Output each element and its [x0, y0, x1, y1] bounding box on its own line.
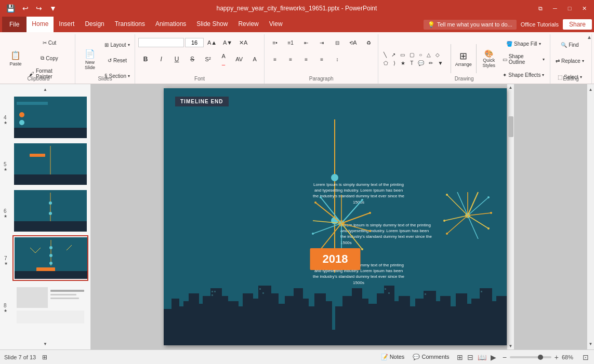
zoom-out-btn[interactable]: − [501, 352, 508, 362]
zoom-in-btn[interactable]: + [553, 352, 560, 362]
replace-button[interactable]: ⇄ Replace ▾ [553, 53, 586, 68]
find-button[interactable]: 🔍 Find [553, 37, 586, 52]
ribbon-collapse-btn[interactable]: ▲ [587, 34, 592, 40]
maximize-btn[interactable]: □ [564, 3, 575, 14]
shape-rect[interactable]: ▭ [398, 51, 407, 59]
panel-scroll-up[interactable]: ▲ [2, 86, 88, 93]
font-name-input[interactable] [138, 38, 184, 47]
increase-font-btn[interactable]: A▲ [205, 35, 219, 50]
scissors-icon: ✂ [43, 40, 47, 46]
strikethrough-btn[interactable]: S [185, 52, 200, 66]
shape-line[interactable]: ╲ [381, 51, 389, 59]
slide-thumb-8[interactable]: 8 ★ [12, 283, 88, 328]
shape-freeform[interactable]: ✏ [427, 59, 435, 67]
decrease-font-btn[interactable]: A▼ [220, 35, 235, 50]
shadow-btn[interactable]: S² [201, 52, 215, 66]
menu-review[interactable]: Review [233, 17, 263, 32]
cols-btn[interactable]: ⊟ [330, 35, 345, 50]
comments-button[interactable]: 💬 Comments [411, 350, 451, 365]
minimize-btn[interactable]: ─ [549, 3, 561, 14]
shape-diamond[interactable]: ◇ [433, 51, 442, 59]
paste-button[interactable]: 📋 Paste [5, 39, 26, 77]
quick-styles-button[interactable]: 🎨 Quick Styles [479, 40, 499, 77]
underline-btn[interactable]: U [169, 52, 184, 66]
save-icon[interactable]: 💾 [4, 3, 17, 14]
redo-icon[interactable]: ↪ [34, 3, 44, 14]
notes-button[interactable]: 📝 Notes [379, 350, 407, 365]
close-btn[interactable]: ✕ [578, 3, 590, 14]
normal-view-btn[interactable]: ⊞ [456, 352, 464, 362]
text-direction-btn[interactable]: ⟲A [346, 35, 360, 50]
tell-me-input[interactable]: 💡 Tell me what you want to do... [424, 20, 517, 30]
cut-button[interactable]: ✂ Cut [27, 35, 72, 50]
restore-down-btn[interactable]: ⧉ [535, 3, 546, 14]
slide-thumb-7[interactable]: 7 ★ [12, 235, 88, 281]
menu-file[interactable]: File [2, 17, 27, 32]
shape-rounded-rect[interactable]: ▢ [407, 51, 416, 59]
bold-btn[interactable]: B [138, 52, 153, 66]
zoom-slider[interactable] [510, 356, 551, 358]
slide-thumb-5[interactable]: 5 ★ [12, 142, 88, 186]
shapes-more[interactable]: ▼ [435, 59, 445, 67]
increase-indent-btn[interactable]: ⇥ [314, 35, 329, 50]
menu-insert[interactable]: Insert [54, 17, 80, 32]
convert-smartart-btn[interactable]: ♻ [361, 35, 376, 50]
decrease-indent-btn[interactable]: ⇤ [299, 35, 313, 50]
slide-sorter-btn[interactable]: ⊟ [466, 352, 474, 362]
svg-rect-5 [14, 128, 87, 138]
menu-slideshow[interactable]: Slide Show [191, 17, 233, 32]
bullets-btn[interactable]: ≡• [268, 35, 282, 50]
shape-pentagon[interactable]: ⬠ [381, 59, 390, 67]
office-tutorials-link[interactable]: Office Tutorials [521, 21, 559, 28]
shape-oval[interactable]: ○ [417, 51, 424, 59]
share-button[interactable]: Share [563, 19, 592, 30]
slide-num-7: 7 [4, 255, 7, 261]
justify-btn[interactable]: ≡ [314, 52, 329, 66]
fit-to-window-icon[interactable]: ⊞ [42, 354, 47, 361]
copy-button[interactable]: ⧉ Copy [27, 51, 72, 65]
shape-arrow[interactable]: ↗ [389, 51, 398, 59]
arrange-button[interactable]: ⊞ Arrange [453, 40, 474, 77]
numbering-btn[interactable]: ≡1 [283, 35, 298, 50]
new-slide-button[interactable]: 📄 New Slide [78, 41, 101, 78]
shape-star[interactable]: ★ [399, 59, 407, 67]
fit-slide-btn[interactable]: ⊡ [582, 352, 590, 362]
customize-icon[interactable]: ▼ [47, 3, 59, 14]
menu-animations[interactable]: Animations [150, 17, 191, 32]
char-spacing-btn[interactable]: AV [232, 52, 246, 66]
shape-fill-button[interactable]: 🪣 Shape Fill ▾ [500, 36, 547, 51]
font-size-large-btn[interactable]: A [247, 52, 262, 66]
scroll-thumb-v[interactable] [508, 116, 513, 137]
layout-button[interactable]: ⊞ Layout ▾ [102, 37, 132, 52]
menu-home[interactable]: Home [27, 17, 54, 32]
italic-btn[interactable]: I [154, 52, 168, 66]
menu-view[interactable]: View [264, 17, 288, 32]
slide-thumb-4[interactable]: 4 ★ [12, 95, 88, 140]
align-right-btn[interactable]: ≡ [299, 52, 313, 66]
align-center-btn[interactable]: ≡ [283, 52, 298, 66]
slideshow-btn[interactable]: ▶ [490, 352, 497, 362]
shape-callout[interactable]: 💬 [416, 59, 426, 67]
reading-view-btn[interactable]: 📖 [477, 352, 487, 362]
slide-area-scrollbar-v[interactable]: ▲ ▼ [507, 84, 514, 349]
font-color-btn[interactable]: A_ [216, 52, 231, 66]
shape-chevron[interactable]: ⟩ [391, 59, 398, 67]
drawing-divider [451, 44, 451, 73]
shape-textbox[interactable]: T [408, 59, 415, 67]
reset-button[interactable]: ↺ Reset [102, 53, 132, 68]
menu-transitions[interactable]: Transitions [110, 17, 150, 32]
line-spacing-btn[interactable]: ↕ [330, 52, 345, 66]
shape-triangle[interactable]: △ [425, 51, 433, 59]
svg-rect-118 [388, 292, 390, 294]
zoom-level[interactable]: 68% [562, 354, 577, 360]
font-size-input[interactable] [185, 38, 204, 47]
scroll-down-arrow[interactable]: ▼ [508, 343, 514, 349]
shape-outline-button[interactable]: ▭ Shape Outline ▾ [500, 52, 547, 66]
panel-scroll-down[interactable]: ▼ [2, 341, 88, 347]
align-left-btn[interactable]: ≡ [268, 52, 282, 66]
slide-thumb-6[interactable]: 6 ★ [12, 188, 88, 233]
clear-format-btn[interactable]: ✕A [236, 35, 250, 50]
scroll-up-arrow[interactable]: ▲ [508, 84, 514, 91]
menu-design[interactable]: Design [80, 17, 109, 32]
undo-icon[interactable]: ↩ [20, 3, 31, 14]
